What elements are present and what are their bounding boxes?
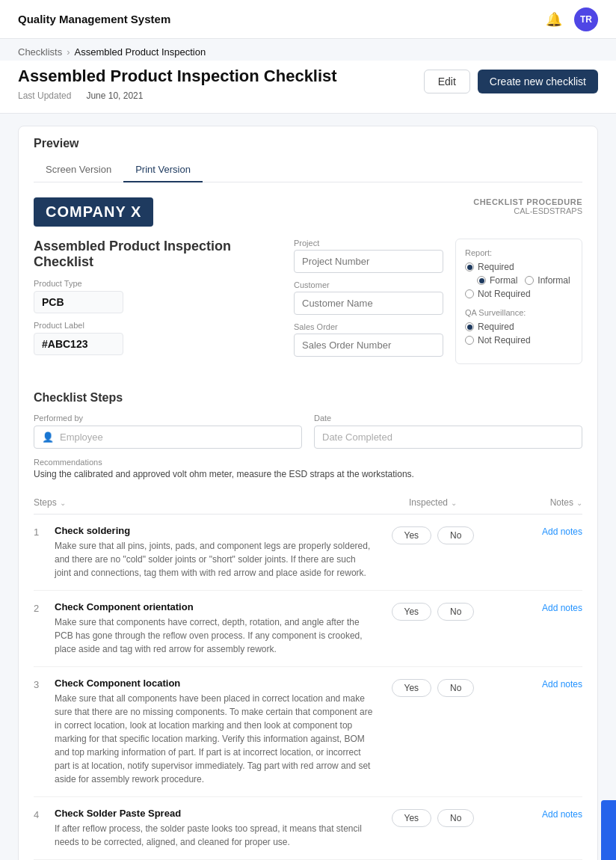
report-section: Report: Required Formal xyxy=(465,248,573,299)
page-header-actions: Edit Create new checklist xyxy=(424,70,598,93)
report-label: Report: xyxy=(465,248,573,257)
scroll-indicator xyxy=(601,800,616,860)
project-group: Project xyxy=(294,239,443,273)
page-title: Assembled Product Inspection Checklist xyxy=(18,67,337,86)
qa-not-required-radio[interactable] xyxy=(465,336,474,345)
step-inspected-3: Yes No xyxy=(373,678,493,697)
breadcrumb-current: Assembled Product Inspection xyxy=(75,46,206,58)
step-title-3: Check Component location xyxy=(55,678,373,689)
date-placeholder: Date Completed xyxy=(322,431,392,443)
last-updated-label: Last Updated xyxy=(18,90,71,101)
company-logo: COMPANY X xyxy=(34,197,153,227)
avatar: TR xyxy=(574,7,598,31)
breadcrumb-parent[interactable]: Checklists xyxy=(18,46,62,58)
no-button-4[interactable]: No xyxy=(437,809,474,827)
checklist-main-title: Assembled Product Inspection Checklist xyxy=(34,239,282,270)
informal-label: Informal xyxy=(538,275,570,286)
step-inspected-4: Yes No xyxy=(373,808,493,827)
yes-button-2[interactable]: Yes xyxy=(392,603,432,621)
steps-container: 1 Check soldering Make sure that all pin… xyxy=(34,515,582,860)
header-right: 🔔 TR xyxy=(546,7,598,31)
edit-button[interactable]: Edit xyxy=(424,70,470,93)
step-notes-1: Add notes xyxy=(493,525,582,537)
report-not-required-row: Not Required xyxy=(465,289,573,299)
product-label-value: #ABC123 xyxy=(34,333,123,355)
informal-radio[interactable] xyxy=(525,276,534,285)
formal-radio[interactable] xyxy=(477,276,486,285)
product-type-value: PCB xyxy=(34,291,123,313)
step-desc-2: Make sure that components have correct, … xyxy=(55,615,373,656)
report-radio-group: Required Formal Informal xyxy=(465,262,573,299)
performed-by-label: Performed by xyxy=(34,414,302,423)
user-icon: 👤 xyxy=(42,431,54,443)
date-input[interactable]: Date Completed xyxy=(314,426,582,449)
report-not-required-radio[interactable] xyxy=(465,289,474,298)
add-notes-link-2[interactable]: Add notes xyxy=(542,603,582,613)
no-button-2[interactable]: No xyxy=(437,603,474,621)
breadcrumb: Checklists › Assembled Product Inspectio… xyxy=(0,39,616,61)
qa-required-radio[interactable] xyxy=(465,322,474,331)
step-row-3: 3 Check Component location Make sure tha… xyxy=(34,667,582,797)
steps-section: Checklist Steps Performed by 👤 Employee … xyxy=(19,391,597,860)
qa-required-row: Required xyxy=(465,322,573,332)
col-header-notes[interactable]: Notes ⌄ xyxy=(493,497,582,508)
yes-button-3[interactable]: Yes xyxy=(392,679,432,697)
step-content-2: Check Component orientation Make sure th… xyxy=(55,601,373,656)
step-row-2: 2 Check Component orientation Make sure … xyxy=(34,591,582,667)
performed-by-input[interactable]: 👤 Employee xyxy=(34,426,302,449)
breadcrumb-separator: › xyxy=(67,46,70,58)
yes-button-4[interactable]: Yes xyxy=(392,809,432,827)
tab-screen-version[interactable]: Screen Version xyxy=(34,158,123,182)
steps-title: Checklist Steps xyxy=(34,391,582,405)
yes-button-1[interactable]: Yes xyxy=(392,526,432,544)
performed-by-field: Performed by 👤 Employee xyxy=(34,414,302,449)
last-updated-value: June 10, 2021 xyxy=(86,90,143,101)
step-title-2: Check Component orientation xyxy=(55,601,373,612)
date-field: Date Date Completed xyxy=(314,414,582,449)
preview-title: Preview xyxy=(34,137,582,150)
col-header-inspected[interactable]: Inspected ⌄ xyxy=(373,497,493,508)
form-center: Project Customer Sales Order xyxy=(294,239,443,364)
recommendations-label: Recommendations xyxy=(34,458,582,467)
steps-sort-icon: ⌄ xyxy=(60,499,66,507)
step-inspected-1: Yes No xyxy=(373,525,493,544)
no-button-1[interactable]: No xyxy=(437,526,474,544)
step-num-2: 2 xyxy=(34,601,55,614)
bell-icon[interactable]: 🔔 xyxy=(546,11,562,28)
checklist-form-header: Assembled Product Inspection Checklist P… xyxy=(34,239,582,364)
project-input[interactable] xyxy=(294,250,443,273)
form-right: Report: Required Formal xyxy=(455,239,582,364)
report-required-row: Required xyxy=(465,262,573,272)
steps-table-header: Steps ⌄ Inspected ⌄ Notes ⌄ xyxy=(34,491,582,515)
col-header-steps[interactable]: Steps ⌄ xyxy=(34,497,373,508)
tab-print-version[interactable]: Print Version xyxy=(123,158,203,182)
step-num-1: 1 xyxy=(34,525,55,538)
step-title-1: Check soldering xyxy=(55,525,373,536)
no-button-3[interactable]: No xyxy=(437,679,474,697)
customer-label: Customer xyxy=(294,280,443,289)
add-notes-link-4[interactable]: Add notes xyxy=(542,809,582,820)
add-notes-link-3[interactable]: Add notes xyxy=(542,679,582,689)
step-desc-4: If after reflow process, the solder past… xyxy=(55,822,373,849)
product-type-label: Product Type xyxy=(34,279,282,288)
formal-row: Formal xyxy=(477,275,517,286)
sales-order-label: Sales Order xyxy=(294,322,443,331)
recommendations-text: Using the calibrated and approved volt o… xyxy=(34,469,582,479)
sales-order-group: Sales Order xyxy=(294,322,443,357)
form-left: Assembled Product Inspection Checklist P… xyxy=(34,239,282,364)
notes-sort-icon: ⌄ xyxy=(576,499,582,507)
recommendations: Recommendations Using the calibrated and… xyxy=(34,458,582,479)
create-checklist-button[interactable]: Create new checklist xyxy=(478,70,598,93)
customer-input[interactable] xyxy=(294,292,443,315)
step-title-4: Check Solder Paste Spread xyxy=(55,808,373,819)
qa-not-required-row: Not Required xyxy=(465,335,573,345)
report-required-radio[interactable] xyxy=(465,262,474,271)
step-row-1: 1 Check soldering Make sure that all pin… xyxy=(34,515,582,591)
add-notes-link-1[interactable]: Add notes xyxy=(542,526,582,537)
step-notes-4: Add notes xyxy=(493,808,582,820)
step-content-3: Check Component location Make sure that … xyxy=(55,678,373,786)
preview-header: Preview Screen Version Print Version xyxy=(19,126,597,182)
sales-order-input[interactable] xyxy=(294,334,443,357)
product-label-label: Product Label xyxy=(34,321,282,330)
step-inspected-2: Yes No xyxy=(373,601,493,621)
